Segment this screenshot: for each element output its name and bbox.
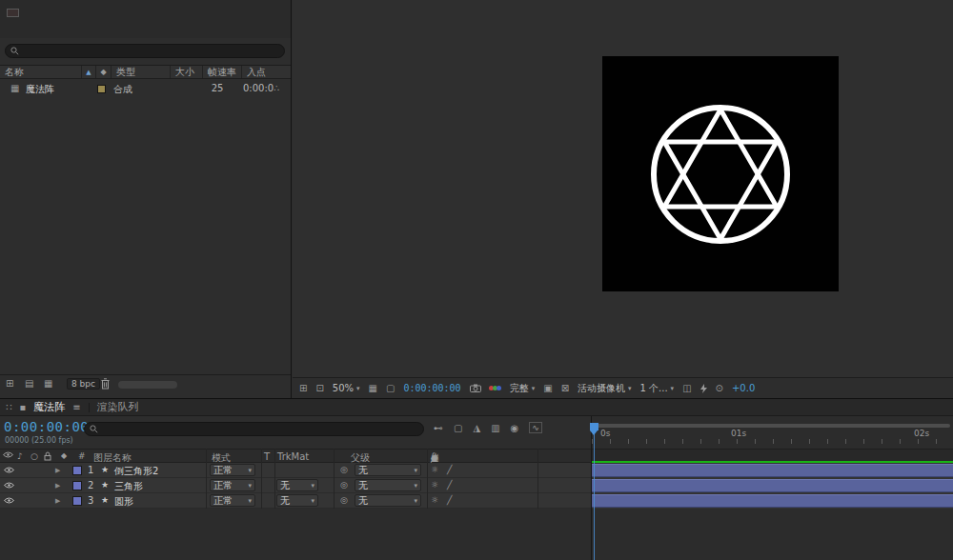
trkmat-column-header[interactable]: TrkMat xyxy=(277,451,309,462)
exposure-value[interactable]: +0.0 xyxy=(732,383,755,393)
eye-column-icon[interactable] xyxy=(3,451,13,458)
quality-switch-icon[interactable]: ╱ xyxy=(447,495,452,505)
audio-column-icon[interactable]: ♪ xyxy=(17,451,23,461)
grid-and-guides-icon[interactable]: ▦ xyxy=(369,383,377,393)
collapse-switch-icon[interactable]: ☼ xyxy=(431,495,438,505)
trkmat-value: 无 xyxy=(280,494,290,508)
quality-switch-icon[interactable]: ╱ xyxy=(447,465,452,474)
project-panel-header xyxy=(0,0,291,38)
project-item-row[interactable]: ▦ 魔法阵 合成 25 0:00:0 ∴ xyxy=(0,81,291,97)
draft-3d-icon[interactable]: ▢ xyxy=(454,423,462,433)
layer-duration-bar[interactable] xyxy=(592,479,953,492)
blend-mode-value: 正常 xyxy=(213,479,233,492)
viewer-time-display[interactable]: 0:00:00:00 xyxy=(403,383,460,393)
layer-number: 1 xyxy=(88,465,93,475)
viewer-monitor-icon[interactable]: ⊡ xyxy=(315,383,323,393)
resolution-dropdown[interactable]: 完整 ▾ xyxy=(510,382,536,395)
layer-name[interactable]: 三角形 xyxy=(114,480,143,493)
solo-column-icon[interactable]: ○ xyxy=(30,451,38,461)
label-column-icon[interactable]: ◆ xyxy=(96,66,112,78)
column-inpoint[interactable]: 入点 xyxy=(242,66,284,78)
parent-dropdown[interactable]: 无 ▾ xyxy=(355,479,421,491)
motion-blur-icon[interactable]: ◉ xyxy=(511,423,519,433)
sort-ascending-icon[interactable]: ▲ xyxy=(82,66,96,78)
eye-icon[interactable] xyxy=(4,497,14,504)
t-column-header[interactable]: T xyxy=(264,451,270,462)
frame-blending-icon[interactable]: ▥ xyxy=(491,423,499,433)
layer-duration-bar[interactable] xyxy=(592,494,953,508)
pixel-aspect-correction-icon[interactable]: ◫ xyxy=(682,383,691,393)
fast-previews-icon[interactable] xyxy=(700,384,707,393)
new-folder-icon[interactable]: ▤ xyxy=(25,378,33,389)
parent-pickwhip-icon[interactable]: ◎ xyxy=(340,465,348,474)
toggle-mask-paths-icon[interactable]: ▢ xyxy=(386,383,395,393)
column-framerate[interactable]: 帧速率 xyxy=(203,66,242,78)
chevron-down-icon: ▾ xyxy=(356,385,360,392)
expand-arrow-icon[interactable]: ▶ xyxy=(55,467,60,474)
timeline-search-field[interactable] xyxy=(84,422,424,436)
lock-column-icon[interactable] xyxy=(44,451,51,461)
parent-pickwhip-icon[interactable]: ◎ xyxy=(340,495,348,505)
layer-duration-bar[interactable] xyxy=(592,464,953,477)
tab-composition[interactable]: 魔法阵 xyxy=(33,400,65,414)
column-type[interactable]: 类型 xyxy=(112,66,171,78)
layer-label-chip[interactable] xyxy=(72,481,82,490)
eye-icon[interactable] xyxy=(4,482,14,489)
show-channels-icon[interactable] xyxy=(490,386,501,390)
3d-view-dropdown[interactable]: 活动摄像机 ▾ xyxy=(578,382,632,395)
reset-exposure-icon[interactable]: ⊙ xyxy=(716,383,723,393)
trkmat-dropdown[interactable]: 无 ▾ xyxy=(276,479,318,491)
current-time-display[interactable]: 0:00:00:00 xyxy=(4,419,89,434)
layer-row[interactable]: ▶ 2 ★ 三角形 正常 ▾ 无 ▾ ◎ 无 xyxy=(0,478,591,493)
collapse-switch-icon[interactable]: ☼ xyxy=(431,465,438,474)
region-of-interest-icon[interactable]: ▣ xyxy=(543,383,552,393)
item-label-chip[interactable] xyxy=(97,85,106,93)
layer-name[interactable]: 圆形 xyxy=(114,495,133,509)
blend-mode-dropdown[interactable]: 正常 ▾ xyxy=(210,464,255,476)
snapshot-icon[interactable] xyxy=(470,384,481,392)
blend-mode-dropdown[interactable]: 正常 ▾ xyxy=(210,494,255,507)
layer-label-chip[interactable] xyxy=(72,496,82,506)
quality-switch-icon[interactable]: ╱ xyxy=(447,480,452,490)
transparency-grid-icon[interactable]: ⊠ xyxy=(561,383,569,393)
project-footer-toolbar: ⊞ ▤ ▦ 8 bpc xyxy=(0,374,291,393)
view-layout-dropdown[interactable]: 1 个... ▾ xyxy=(640,382,675,395)
delete-icon[interactable] xyxy=(101,378,110,390)
label-column-icon[interactable]: ◆ xyxy=(61,451,67,460)
color-depth-button[interactable]: 8 bpc xyxy=(67,378,100,390)
mini-flowchart-icon[interactable]: ⊷ xyxy=(434,423,443,433)
layer-name[interactable]: 倒三角形2 xyxy=(114,465,158,478)
parent-pickwhip-icon[interactable]: ◎ xyxy=(340,480,348,490)
column-size[interactable]: 大小 xyxy=(171,66,203,78)
collapse-switch-icon[interactable]: ☼ xyxy=(431,480,438,490)
trkmat-dropdown[interactable]: 无 ▾ xyxy=(276,494,318,507)
expand-arrow-icon[interactable]: ▶ xyxy=(55,482,60,490)
expand-arrow-icon[interactable]: ▶ xyxy=(55,497,60,505)
interpret-footage-icon[interactable]: ⊞ xyxy=(6,378,13,389)
zoom-level-dropdown[interactable]: 50% ▾ xyxy=(333,383,360,393)
project-search-field[interactable] xyxy=(5,44,285,58)
viewer-window-icon[interactable]: ⊞ xyxy=(299,383,307,393)
column-name[interactable]: 名称 xyxy=(0,66,82,78)
shape-layer-icon: ★ xyxy=(101,480,109,490)
eye-icon[interactable] xyxy=(4,467,14,473)
composition-canvas[interactable] xyxy=(602,56,839,291)
playhead-marker[interactable] xyxy=(590,423,598,435)
parent-dropdown[interactable]: 无 ▾ xyxy=(355,464,421,476)
panel-menu-icon[interactable]: ≡ xyxy=(72,402,80,412)
layer-number: 2 xyxy=(88,480,93,490)
parent-dropdown[interactable]: 无 ▾ xyxy=(355,494,421,507)
graph-editor-icon[interactable]: ∿ xyxy=(529,422,542,433)
number-column-header[interactable]: # xyxy=(78,451,86,461)
project-scrollbar-thumb[interactable] xyxy=(118,381,177,389)
layer-row[interactable]: ▶ 1 ★ 倒三角形2 正常 ▾ ◎ 无 ▾ ☼ xyxy=(0,463,591,478)
work-area-bar[interactable] xyxy=(594,424,950,428)
tab-render-queue[interactable]: 渲染队列 xyxy=(97,400,139,414)
new-composition-icon[interactable]: ▦ xyxy=(44,378,52,389)
hide-shy-layers-icon[interactable]: ◮ xyxy=(473,423,480,433)
layer-label-chip[interactable] xyxy=(72,466,82,475)
layer-row[interactable]: ▶ 3 ★ 圆形 正常 ▾ 无 ▾ ◎ 无 xyxy=(0,493,591,509)
3d-switch-icon[interactable]: ⊙ xyxy=(431,453,438,463)
project-item-name[interactable]: 魔法阵 xyxy=(26,83,54,96)
blend-mode-dropdown[interactable]: 正常 ▾ xyxy=(210,479,255,491)
